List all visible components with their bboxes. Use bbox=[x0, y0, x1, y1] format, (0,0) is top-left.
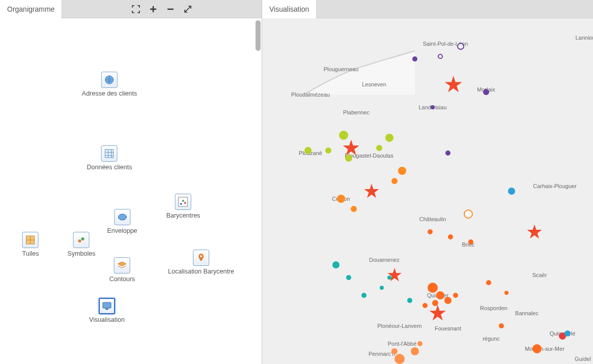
svg-point-4 bbox=[182, 200, 184, 202]
city-label: Fouesnant bbox=[435, 325, 461, 331]
data-point[interactable] bbox=[394, 354, 405, 364]
data-point[interactable] bbox=[332, 261, 340, 268]
data-point[interactable] bbox=[483, 89, 489, 95]
map-canvas[interactable]: LannionSaint-Pol-de-LéonMorlaixPlouguern… bbox=[262, 18, 593, 364]
barycenter-star[interactable]: ★ bbox=[342, 137, 361, 159]
data-point[interactable] bbox=[325, 147, 331, 154]
node-tuiles[interactable]: Tuiles bbox=[22, 232, 39, 257]
data-point[interactable] bbox=[428, 283, 438, 293]
node-label: Symboles bbox=[68, 250, 96, 257]
data-point[interactable] bbox=[438, 54, 443, 59]
barycenter-star[interactable]: ★ bbox=[363, 181, 380, 201]
node-visualisation[interactable]: Visualisation bbox=[89, 298, 125, 323]
data-point[interactable] bbox=[532, 344, 542, 353]
data-point[interactable] bbox=[385, 134, 393, 142]
data-point[interactable] bbox=[431, 105, 435, 109]
monitor-icon bbox=[99, 298, 115, 314]
node-contours[interactable]: Contours bbox=[109, 257, 135, 283]
layers-icon bbox=[114, 257, 130, 274]
node-label: Visualisation bbox=[89, 316, 125, 323]
node-label: Localisation Barycentre bbox=[168, 268, 234, 275]
vertical-scrollbar[interactable] bbox=[256, 20, 261, 51]
city-label: Guidel bbox=[575, 356, 591, 362]
tab-organigramme[interactable]: Organigramme bbox=[0, 0, 62, 18]
flowchart-canvas[interactable]: Adresse des clientsDonnées clientsBaryce… bbox=[0, 18, 262, 364]
zoom-in-icon[interactable] bbox=[149, 5, 158, 14]
fit-icon[interactable] bbox=[131, 5, 140, 14]
data-point[interactable] bbox=[457, 43, 464, 50]
data-point[interactable] bbox=[499, 323, 504, 328]
tab-visualisation[interactable]: Visualisation bbox=[262, 0, 317, 18]
city-label: Scaër bbox=[532, 272, 547, 278]
barycenter-star[interactable]: ★ bbox=[428, 302, 447, 324]
visualisation-panel: Visualisation LannionSaint-Pol-d bbox=[262, 0, 593, 364]
city-label: Plabennec bbox=[343, 109, 370, 115]
data-point[interactable] bbox=[504, 291, 509, 295]
region-icon bbox=[114, 209, 130, 225]
data-point[interactable] bbox=[417, 341, 422, 346]
svg-rect-12 bbox=[105, 309, 108, 310]
fullscreen-icon[interactable] bbox=[183, 5, 192, 14]
zoom-toolbar bbox=[62, 5, 262, 14]
data-point[interactable] bbox=[564, 330, 571, 337]
data-point[interactable] bbox=[391, 348, 398, 354]
svg-point-5 bbox=[184, 202, 186, 204]
data-point[interactable] bbox=[391, 178, 398, 184]
data-point[interactable] bbox=[453, 293, 458, 298]
organigramme-panel: Organigramme bbox=[0, 0, 262, 364]
data-point[interactable] bbox=[361, 293, 366, 298]
node-donnees[interactable]: Données clients bbox=[87, 145, 132, 171]
scatter-icon bbox=[175, 194, 191, 210]
data-point[interactable] bbox=[411, 347, 419, 355]
data-point[interactable] bbox=[380, 286, 384, 290]
node-localisation[interactable]: Localisation Barycentre bbox=[168, 250, 234, 275]
barycenter-star[interactable]: ★ bbox=[443, 73, 463, 96]
left-toolbar: Organigramme bbox=[0, 0, 262, 18]
svg-rect-1 bbox=[105, 149, 114, 158]
city-label: Carhaix-Plouguer bbox=[533, 183, 577, 189]
right-toolbar: Visualisation bbox=[262, 0, 593, 18]
barycenter-star[interactable]: ★ bbox=[386, 266, 403, 284]
city-label: Lannion bbox=[575, 35, 593, 41]
node-symboles[interactable]: Symboles bbox=[68, 232, 96, 257]
data-point[interactable] bbox=[346, 275, 351, 280]
data-point[interactable] bbox=[337, 195, 345, 203]
data-point[interactable] bbox=[422, 303, 428, 308]
node-enveloppe[interactable]: Enveloppe bbox=[107, 209, 137, 234]
data-point[interactable] bbox=[445, 150, 450, 156]
node-label: Contours bbox=[109, 276, 135, 283]
city-label: Rosporden bbox=[480, 305, 507, 311]
data-point[interactable] bbox=[407, 298, 412, 303]
data-point[interactable] bbox=[468, 239, 473, 245]
data-point[interactable] bbox=[428, 229, 433, 234]
data-point[interactable] bbox=[464, 209, 473, 219]
data-point[interactable] bbox=[486, 280, 491, 285]
app-root: Organigramme bbox=[0, 0, 593, 364]
node-label: Données clients bbox=[87, 164, 132, 171]
city-label: Pont-l'Abbé bbox=[388, 341, 417, 347]
svg-point-9 bbox=[81, 237, 84, 240]
data-point[interactable] bbox=[508, 188, 515, 195]
pin-icon bbox=[193, 250, 209, 266]
data-point[interactable] bbox=[376, 145, 382, 151]
data-point[interactable] bbox=[398, 167, 406, 175]
city-label: régunc bbox=[483, 336, 500, 342]
data-point[interactable] bbox=[448, 234, 453, 239]
pins-icon bbox=[73, 232, 90, 248]
data-point[interactable] bbox=[436, 291, 444, 299]
svg-point-3 bbox=[180, 203, 182, 205]
data-point[interactable] bbox=[412, 56, 417, 62]
node-adresse[interactable]: Adresse des clients bbox=[82, 72, 137, 97]
barycenter-star[interactable]: ★ bbox=[526, 222, 543, 241]
map-base bbox=[262, 18, 415, 95]
data-point[interactable] bbox=[351, 206, 357, 212]
tiles-icon bbox=[22, 232, 39, 248]
node-barycentres[interactable]: Barycentres bbox=[166, 194, 201, 219]
node-label: Enveloppe bbox=[107, 227, 137, 234]
node-label: Barycentres bbox=[166, 212, 201, 219]
city-label: Châteaulin bbox=[419, 216, 446, 222]
svg-rect-11 bbox=[103, 302, 111, 308]
data-point[interactable] bbox=[304, 147, 312, 154]
node-label: Adresse des clients bbox=[82, 90, 137, 97]
zoom-out-icon[interactable] bbox=[166, 5, 175, 14]
